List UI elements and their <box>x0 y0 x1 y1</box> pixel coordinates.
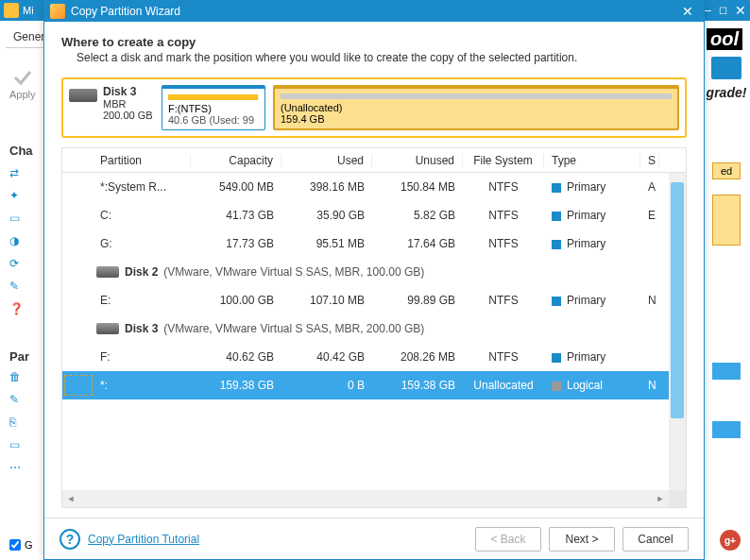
close-icon[interactable]: ✕ <box>677 4 698 19</box>
back-button[interactable]: < Back <box>475 527 541 552</box>
disk-info[interactable]: Disk 3 MBR 200.00 GB <box>69 85 154 130</box>
cell-unused: 159.38 GB <box>372 379 463 392</box>
next-button[interactable]: Next > <box>549 527 615 552</box>
col-fs[interactable]: File System <box>463 154 544 167</box>
refresh-icon: ⟳ <box>9 257 25 272</box>
unalloc-size: 159.4 GB <box>281 113 672 125</box>
cell-used: 107.10 MB <box>281 294 372 307</box>
cell-capacity: 41.73 GB <box>191 209 281 222</box>
bg-app-icon <box>4 3 19 18</box>
bg-bottom-checkbox[interactable]: G <box>9 539 33 551</box>
bg-ed-badge: ed <box>712 162 741 179</box>
disk-group-row[interactable]: Disk 2 (VMware, VMware Virtual S SAS, MB… <box>62 258 686 286</box>
col-status[interactable]: S <box>640 154 659 167</box>
wizard-icon <box>50 4 65 19</box>
bg-apply-button[interactable]: Apply <box>9 66 36 100</box>
cell-fs: NTFS <box>463 294 544 307</box>
col-capacity[interactable]: Capacity <box>191 154 281 167</box>
bg-section-change: Cha <box>9 144 33 158</box>
table-row[interactable]: C:41.73 GB35.90 GB5.82 GBNTFSPrimaryE <box>62 201 686 229</box>
cell-partition: G: <box>93 237 191 250</box>
partition-bar-unallocated[interactable]: (Unallocated) 159.4 GB <box>273 85 679 130</box>
titlebar: Copy Partition Wizard ✕ <box>44 1 704 22</box>
drive-icon <box>96 266 119 278</box>
cell-capacity: 17.73 GB <box>191 237 281 250</box>
cell-capacity: 549.00 MB <box>191 180 281 194</box>
scroll-left-icon[interactable]: ◄ <box>62 490 79 507</box>
cell-unused: 5.82 GB <box>372 209 463 222</box>
bar-icon: ▭ <box>9 212 25 227</box>
horizontal-scrollbar[interactable]: ◄ ► <box>62 490 686 507</box>
col-type[interactable]: Type <box>544 154 640 167</box>
bg-maximize-icon[interactable]: ☐ <box>719 6 727 16</box>
cell-status: E <box>640 209 659 222</box>
bg-apply-label: Apply <box>9 89 36 100</box>
upgrade-label: grade! <box>707 85 747 100</box>
cell-fs: Unallocated <box>463 379 544 392</box>
cell-type: Primary <box>544 350 640 364</box>
disk-drive-icon <box>69 89 97 102</box>
type-color-icon <box>552 240 561 249</box>
edit-icon: ✎ <box>9 393 25 408</box>
cell-type: Primary <box>544 180 640 194</box>
scroll-thumb[interactable] <box>671 182 684 418</box>
disk-group-row[interactable]: Disk 3 (VMware, VMware Virtual S SAS, MB… <box>62 314 686 343</box>
partition-bar-f[interactable]: F:(NTFS) 40.6 GB (Used: 99 <box>162 85 265 130</box>
disk-layout-panel: Disk 3 MBR 200.00 GB F:(NTFS) 40.6 GB (U… <box>61 77 687 138</box>
cell-fs: NTFS <box>463 209 544 222</box>
table-row[interactable]: *:System R...549.00 MB398.16 MB150.84 MB… <box>62 173 686 201</box>
table-row[interactable]: G:17.73 GB95.51 MB17.64 GBNTFSPrimary <box>62 229 686 258</box>
delete-icon: 🗑 <box>9 370 25 385</box>
scroll-corner <box>669 490 686 507</box>
type-color-icon <box>552 297 561 306</box>
disk-scheme: MBR <box>103 98 126 110</box>
cell-used: 95.51 MB <box>281 237 372 250</box>
col-unused[interactable]: Unused <box>372 154 463 167</box>
cell-partition: *:System R... <box>93 180 191 194</box>
more-icon: ⋯ <box>9 461 25 476</box>
table-row[interactable]: *:159.38 GB0 B159.38 GBUnallocatedLogica… <box>62 371 686 399</box>
merge-icon: ✦ <box>9 189 25 204</box>
cell-status: A <box>640 180 659 194</box>
cell-partition: F: <box>93 350 191 364</box>
cell-partition: E: <box>93 294 191 307</box>
cell-type: Primary <box>544 209 640 222</box>
table-header: Partition Capacity Used Unused File Syst… <box>62 148 686 173</box>
help-icon[interactable]: ? <box>60 529 80 550</box>
tutorial-link[interactable]: Copy Partition Tutorial <box>88 533 199 546</box>
cell-type: Primary <box>544 294 640 307</box>
cell-capacity: 100.00 GB <box>191 294 281 307</box>
cell-unused: 208.26 MB <box>372 350 463 364</box>
subheading: Select a disk and mark the position wher… <box>61 51 687 64</box>
cell-partition: *: <box>93 379 191 392</box>
disk-size: 200.00 GB <box>103 110 153 121</box>
bg-section-partition: Par <box>9 349 29 364</box>
vertical-scrollbar[interactable] <box>669 173 686 490</box>
cell-fs: NTFS <box>463 237 544 250</box>
cell-used: 40.42 GB <box>281 350 372 364</box>
bg-right-panel-1 <box>712 195 741 246</box>
bg-checkbox[interactable] <box>9 539 21 551</box>
cancel-button[interactable]: Cancel <box>622 527 689 552</box>
gplus-icon[interactable]: g+ <box>720 530 741 551</box>
bg-close-icon[interactable]: ✕ <box>735 3 746 18</box>
scroll-right-icon[interactable]: ► <box>652 490 669 507</box>
dialog-footer: ? Copy Partition Tutorial < Back Next > … <box>44 518 704 559</box>
cell-unused: 17.64 GB <box>372 237 463 250</box>
type-color-icon <box>552 382 561 391</box>
copy-icon: ⎘ <box>9 416 25 431</box>
bg-right-panel-2 <box>712 363 741 380</box>
col-used[interactable]: Used <box>281 154 372 167</box>
col-partition[interactable]: Partition <box>93 154 191 167</box>
table-row[interactable]: E:100.00 GB107.10 MB99.89 GBNTFSPrimaryN <box>62 286 686 314</box>
bg-title-text: Mi <box>23 5 34 16</box>
bg-tool-brand: ool <box>707 28 742 50</box>
bg-minimize-icon[interactable]: – <box>705 4 711 17</box>
type-color-icon <box>552 353 561 363</box>
cell-status: N <box>640 379 659 392</box>
cell-capacity: 40.62 GB <box>191 350 281 364</box>
cell-unused: 99.89 GB <box>372 294 463 307</box>
cart-icon[interactable] <box>711 57 741 79</box>
table-row[interactable]: F:40.62 GB40.42 GB208.26 MBNTFSPrimary <box>62 343 686 371</box>
cell-capacity: 159.38 GB <box>191 379 281 392</box>
